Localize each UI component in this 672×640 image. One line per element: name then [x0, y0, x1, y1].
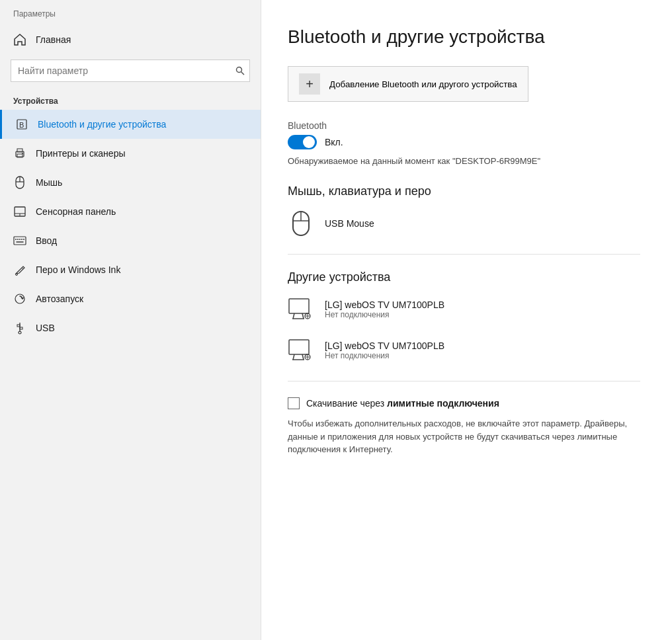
svg-text:B: B	[19, 121, 24, 129]
sidebar-item-autostart[interactable]: Автозапуск	[0, 284, 261, 313]
other-device-name-0: [LG] webOS TV UM7100PLB	[325, 300, 444, 310]
metered-label-bold: лимитные подключения	[387, 398, 499, 409]
bluetooth-toggle[interactable]	[288, 135, 317, 149]
tv-device-icon-1	[288, 336, 314, 365]
sidebar-item-printers[interactable]: Принтеры и сканеры	[0, 139, 261, 168]
devices-section-label: Устройства	[0, 91, 261, 110]
other-device-status-0: Нет подключения	[325, 310, 444, 319]
other-device-status-1: Нет подключения	[325, 351, 444, 360]
other-device-name-1: [LG] webOS TV UM7100PLB	[325, 340, 444, 351]
keyboard-icon	[13, 234, 26, 247]
bluetooth-icon: B	[15, 118, 28, 131]
svg-line-21	[22, 268, 23, 269]
other-device-item-0: [LG] webOS TV UM7100PLB Нет подключения	[288, 295, 640, 324]
other-section-title: Другие устройства	[288, 270, 640, 284]
svg-rect-14	[14, 237, 26, 245]
sidebar-item-bluetooth[interactable]: B Bluetooth и другие устройства	[0, 110, 261, 139]
search-button[interactable]	[235, 66, 245, 75]
section-divider-2	[288, 381, 640, 381]
mouse-device-name: USB Mouse	[325, 218, 374, 229]
discoverable-text: Обнаруживаемое на данный момент как "DES…	[288, 156, 640, 166]
mouse-device-item: USB Mouse	[288, 209, 640, 238]
bluetooth-section-label: Bluetooth	[288, 120, 640, 131]
autostart-icon	[13, 292, 26, 305]
sidebar-item-input-label: Ввод	[36, 235, 57, 246]
sidebar-item-home[interactable]: Главная	[0, 25, 261, 54]
tv-device-icon-0	[288, 295, 314, 324]
svg-rect-38	[289, 340, 309, 354]
usb-icon	[13, 321, 26, 335]
metered-connection-label: Скачивание через лимитные подключения	[306, 398, 499, 409]
search-container	[0, 54, 261, 91]
sidebar-item-pen-label: Перо и Windows Ink	[36, 264, 120, 275]
page-title: Bluetooth и другие устройства	[288, 26, 640, 48]
bluetooth-toggle-row: Вкл.	[288, 135, 640, 149]
svg-line-1	[241, 72, 245, 75]
sidebar-item-autostart-label: Автозапуск	[36, 294, 83, 304]
sidebar-item-usb-label: USB	[36, 323, 55, 333]
svg-line-39	[293, 354, 294, 360]
sidebar-item-touchpad[interactable]: Сенсорная панель	[0, 197, 261, 226]
app-title: Параметры	[0, 0, 261, 25]
sidebar-item-bluetooth-label: Bluetooth и другие устройства	[38, 119, 166, 130]
add-icon: +	[299, 73, 320, 95]
add-device-label: Добавление Bluetooth или другого устройс…	[329, 79, 517, 89]
sidebar-item-touchpad-label: Сенсорная панель	[36, 206, 116, 217]
other-device-item-1: [LG] webOS TV UM7100PLB Нет подключения	[288, 336, 640, 365]
bluetooth-toggle-label: Вкл.	[325, 137, 343, 147]
metered-connection-checkbox[interactable]	[288, 397, 300, 409]
svg-line-33	[302, 313, 304, 319]
search-wrapper	[11, 60, 250, 82]
svg-line-40	[302, 354, 304, 360]
main-content: Bluetooth и другие устройства + Добавлен…	[261, 0, 672, 640]
metered-helper-text: Чтобы избежать дополнительных расходов, …	[288, 417, 640, 456]
add-device-button[interactable]: + Добавление Bluetooth или другого устро…	[288, 66, 528, 102]
home-label: Главная	[36, 34, 71, 45]
sidebar-item-mouse[interactable]: Мышь	[0, 168, 261, 197]
section-divider-1	[288, 254, 640, 255]
svg-point-23	[15, 294, 24, 303]
sidebar-item-pen[interactable]: Перо и Windows Ink	[0, 255, 261, 284]
mouse-section-title: Мышь, клавиатура и перо	[288, 184, 640, 198]
pen-icon	[13, 263, 26, 276]
svg-point-22	[16, 274, 18, 276]
mouse-icon	[13, 176, 26, 189]
other-device-info-0: [LG] webOS TV UM7100PLB Нет подключения	[325, 300, 444, 319]
sidebar-item-usb[interactable]: USB	[0, 313, 261, 342]
other-device-info-1: [LG] webOS TV UM7100PLB Нет подключения	[325, 340, 444, 360]
sidebar-item-mouse-label: Мышь	[36, 177, 62, 188]
mouse-device-info: USB Mouse	[325, 218, 374, 229]
metered-label-part1: Скачивание через	[306, 398, 387, 409]
svg-point-0	[237, 67, 242, 73]
metered-connection-row: Скачивание через лимитные подключения	[288, 397, 640, 409]
touchpad-icon	[13, 205, 26, 218]
sidebar-item-printers-label: Принтеры и сканеры	[36, 148, 125, 159]
home-icon	[13, 33, 26, 46]
sidebar: Параметры Главная Устройства B	[0, 0, 261, 640]
printer-icon	[13, 147, 26, 160]
mouse-device-icon	[288, 209, 314, 238]
svg-line-32	[293, 313, 294, 319]
sidebar-item-input[interactable]: Ввод	[0, 226, 261, 255]
search-input[interactable]	[11, 60, 250, 82]
svg-rect-31	[289, 299, 309, 313]
svg-point-7	[22, 153, 23, 154]
